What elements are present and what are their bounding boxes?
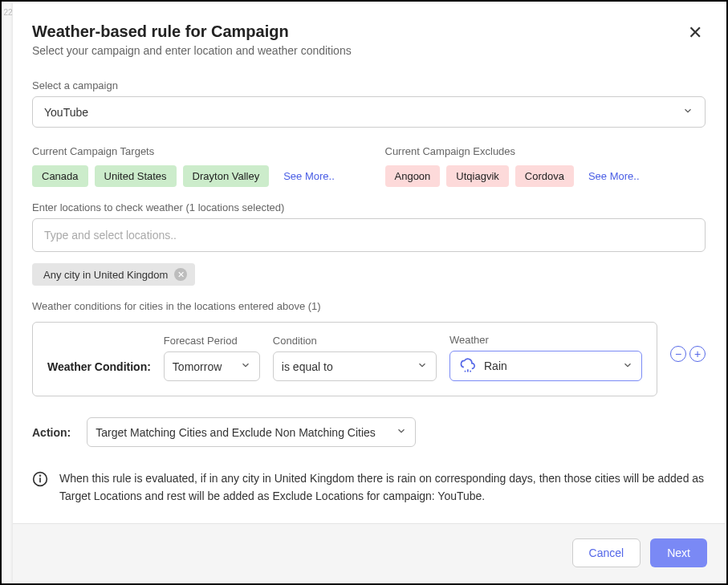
modal-title: Weather-based rule for Campaign <box>32 22 352 41</box>
close-button[interactable]: ✕ <box>685 22 706 43</box>
target-chip: Canada <box>32 165 88 187</box>
forecast-period-select[interactable]: Tomorrow <box>164 351 260 381</box>
weather-label: Weather <box>449 334 642 346</box>
background-strip: 22 <box>3 3 13 582</box>
target-chip: Drayton Valley <box>183 165 270 187</box>
conditions-label: Weather conditions for cities in the loc… <box>32 300 706 312</box>
condition-row-title: Weather Condition: <box>47 360 151 381</box>
svg-point-5 <box>40 475 41 476</box>
target-chip: United States <box>95 165 177 187</box>
chevron-down-icon <box>622 360 633 373</box>
next-button[interactable]: Next <box>650 538 707 567</box>
modal-subtitle: Select your campaign and enter location … <box>32 44 352 57</box>
exclude-chip: Cordova <box>515 165 574 187</box>
targets-see-more-link[interactable]: See More.. <box>283 170 335 182</box>
modal-header: Weather-based rule for Campaign Select y… <box>13 3 725 63</box>
chevron-down-icon <box>682 105 693 119</box>
exclude-chip: Angoon <box>385 165 441 187</box>
action-label: Action: <box>32 426 71 439</box>
location-tag-label: Any city in United Kingdom <box>43 269 168 281</box>
chevron-down-icon <box>417 360 428 373</box>
locations-label: Enter locations to check weather (1 loca… <box>32 201 706 213</box>
modal-body: Select a campaign YouTube Current Campai… <box>13 63 725 523</box>
excludes-label: Current Campaign Excludes <box>385 145 706 157</box>
minus-icon: − <box>675 348 681 360</box>
remove-tag-icon[interactable]: ✕ <box>174 268 187 281</box>
campaign-selected-value: YouTube <box>44 106 88 119</box>
rain-icon <box>458 359 476 373</box>
exclude-chip: Utqiagvik <box>446 165 508 187</box>
close-icon: ✕ <box>688 22 702 43</box>
targets-chips: Canada United States Drayton Valley See … <box>32 165 353 187</box>
action-value: Target Matching Cities and Exclude Non M… <box>96 426 376 439</box>
condition-select[interactable]: is equal to <box>273 351 437 381</box>
condition-box: Weather Condition: Forecast Period Tomor… <box>32 322 657 396</box>
info-text: When this rule is evaluated, if in any c… <box>59 469 706 506</box>
campaign-select[interactable]: YouTube <box>32 96 706 128</box>
action-select[interactable]: Target Matching Cities and Exclude Non M… <box>87 417 416 447</box>
modal: Weather-based rule for Campaign Select y… <box>13 3 725 582</box>
forecast-period-value: Tomorrow <box>173 360 222 373</box>
condition-value: is equal to <box>282 360 333 373</box>
campaign-label: Select a campaign <box>32 79 706 91</box>
excludes-chips: Angoon Utqiagvik Cordova See More.. <box>385 165 706 187</box>
cancel-button[interactable]: Cancel <box>572 538 641 567</box>
targets-label: Current Campaign Targets <box>32 145 353 157</box>
locations-input[interactable] <box>32 218 706 252</box>
modal-footer: Cancel Next <box>13 523 725 582</box>
chevron-down-icon <box>396 425 407 439</box>
plus-icon: + <box>694 348 701 360</box>
add-condition-button[interactable]: + <box>689 346 706 362</box>
weather-select[interactable]: Rain <box>449 351 642 381</box>
forecast-period-label: Forecast Period <box>164 335 260 347</box>
condition-label: Condition <box>273 335 437 347</box>
excludes-see-more-link[interactable]: See More.. <box>588 170 640 182</box>
info-icon <box>32 471 48 487</box>
weather-value: Rain <box>484 360 507 372</box>
remove-condition-button[interactable]: − <box>670 346 686 362</box>
location-tag: Any city in United Kingdom ✕ <box>32 263 195 286</box>
chevron-down-icon <box>240 360 251 373</box>
